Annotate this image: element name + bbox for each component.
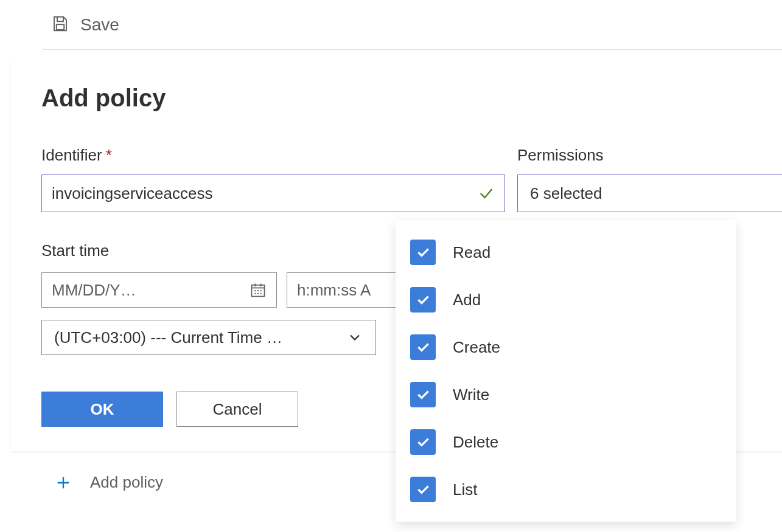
save-button[interactable]: Save <box>80 15 119 35</box>
svg-rect-0 <box>57 24 65 30</box>
save-icon <box>51 15 69 35</box>
toolbar: Save <box>0 0 782 49</box>
divider <box>43 49 782 50</box>
